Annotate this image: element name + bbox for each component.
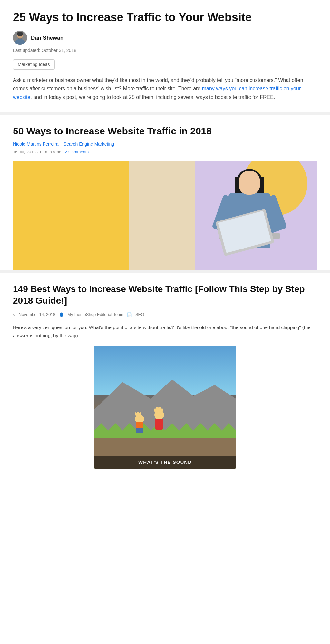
svg-point-3 bbox=[17, 32, 23, 36]
article-3-image: WHAT'S THE SOUND bbox=[94, 346, 236, 469]
article-2-comments-link[interactable]: 2 Comments bbox=[65, 150, 89, 154]
article-2-meta-2: 16 Jul, 2018 · 11 min read · 2 Comments bbox=[13, 149, 317, 156]
article-excerpt: Ask a marketer or business owner what th… bbox=[13, 76, 317, 102]
svg-rect-4 bbox=[18, 38, 22, 39]
article-1-title: 25 Ways to Increase Traffic to Your Webs… bbox=[13, 10, 317, 24]
article-2: 50 Ways to Increase Website Traffic in 2… bbox=[0, 115, 330, 270]
article-2-title: 50 Ways to Increase Website Traffic in 2… bbox=[13, 125, 317, 137]
article-1: 25 Ways to Increase Traffic to Your Webs… bbox=[0, 0, 330, 112]
author-icon: 👤 bbox=[59, 311, 64, 318]
article-separator-2 bbox=[0, 270, 330, 273]
article-3-title: 149 Best Ways to Increase Website Traffi… bbox=[13, 283, 317, 307]
author-name: Dan Shewan bbox=[31, 34, 63, 42]
meta-separator: · bbox=[61, 141, 62, 147]
article-3-excerpt: Here's a very zen question for you. What… bbox=[13, 324, 317, 340]
article-2-meta: Nicole Martins Ferreira · Search Engine … bbox=[13, 141, 317, 148]
article-2-category-link[interactable]: Search Engine Marketing bbox=[63, 141, 114, 148]
article-2-image bbox=[13, 161, 317, 270]
image-caption: WHAT'S THE SOUND bbox=[94, 456, 236, 469]
clock-icon: ○ bbox=[13, 311, 15, 318]
article-3-image-wrapper: WHAT'S THE SOUND bbox=[13, 346, 317, 469]
article-separator-1 bbox=[0, 112, 330, 115]
article-3: 149 Best Ways to Increase Website Traffi… bbox=[0, 273, 330, 469]
avatar bbox=[13, 31, 27, 45]
category-icon: 📄 bbox=[127, 311, 132, 318]
article-2-author-link[interactable]: Nicole Martins Ferreira bbox=[13, 141, 59, 148]
tag-badge[interactable]: Marketing Ideas bbox=[13, 59, 55, 70]
article-3-meta: ○ November 14, 2018 👤 MyThemeShop Editor… bbox=[13, 311, 317, 318]
author-row: Dan Shewan bbox=[13, 31, 317, 45]
last-updated: Last updated: October 31, 2018 bbox=[13, 47, 317, 54]
